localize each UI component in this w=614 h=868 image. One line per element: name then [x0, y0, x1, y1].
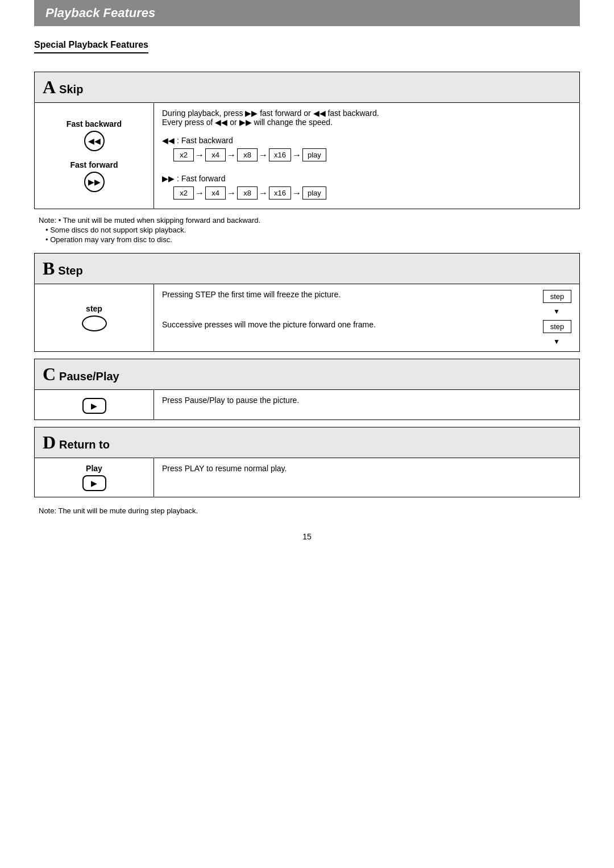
rew-speed-play: play	[302, 148, 326, 161]
ff-speed-x2: x2	[173, 186, 194, 200]
step-desc-advance: Successive presses will move the picture…	[162, 320, 571, 329]
section-a-label-cell: Fast backward ◀◀ Fast forward ▶▶	[35, 103, 154, 209]
step-button-icon	[82, 315, 107, 331]
section-d-desc-cell: Press PLAY to resume normal play.	[154, 458, 580, 497]
section-d-letter: D	[43, 432, 56, 452]
fast-backward-icon: ◀◀	[84, 131, 105, 151]
section-heading: Special Playback Features	[34, 40, 148, 53]
section-b-header: BStep	[35, 254, 580, 284]
section-a-desc-cell: During playback, press ▶▶ fast forward o…	[154, 103, 580, 209]
step-down-arrow-2: ▼	[162, 338, 571, 346]
note-a-1: Note: • The unit will be muted when skip…	[39, 216, 580, 225]
section-c-letter: C	[43, 364, 56, 384]
ff-speed-diagram: x2 → x4 → x8 → x16 → play	[173, 186, 571, 200]
section-d-title: Return to	[59, 438, 110, 451]
ff-speed-x16: x16	[269, 186, 291, 200]
rew-speed-x4: x4	[205, 148, 226, 161]
rew-speed-diagram: x2 → x4 → x8 → x16 → play	[173, 148, 571, 161]
fast-forward-label: Fast forward	[70, 160, 118, 169]
section-a-letter: A	[43, 77, 56, 97]
play-button-icon: ▶	[82, 475, 106, 491]
section-a-title: Skip	[59, 83, 83, 95]
rew-label: ◀◀ : Fast backward	[162, 136, 571, 145]
section-c-table: CPause/Play ▶ Press Pause/Play to pause …	[34, 359, 580, 420]
section-a-table: ASkip Fast backward ◀◀ Fast forward ▶▶ D…	[34, 72, 580, 209]
section-a-header: ASkip	[35, 72, 580, 103]
step-box-1: step	[543, 290, 571, 303]
section-c-desc-cell: Press Pause/Play to pause the picture.	[154, 390, 580, 420]
step-down-arrow-1: ▼	[162, 308, 571, 315]
section-c-label-cell: ▶	[35, 390, 154, 420]
rew-speed-x8: x8	[237, 148, 258, 161]
return-to-play-desc: Press PLAY to resume normal play.	[162, 464, 571, 473]
step-desc-freeze: Pressing STEP the first time will freeze…	[162, 290, 571, 299]
section-b-table: BStep step step Pressing STEP the first …	[34, 253, 580, 352]
ff-speed-x8: x8	[237, 186, 258, 200]
skip-desc-line2: Every press of ◀◀ or ▶▶ will change the …	[162, 118, 571, 127]
section-d-label-cell: Play ▶	[35, 458, 154, 497]
section-d-header: DReturn to	[35, 427, 580, 458]
section-b-desc-cell: step Pressing STEP the first time will f…	[154, 284, 580, 352]
fast-forward-icon: ▶▶	[84, 172, 105, 192]
note-bottom: Note: The unit will be mute during step …	[34, 506, 580, 515]
step-box-2: step	[543, 320, 571, 333]
page-number: 15	[34, 532, 580, 541]
skip-desc-line1: During playback, press ▶▶ fast forward o…	[162, 109, 571, 118]
note-a-2: • Some discs do not support skip playbac…	[45, 226, 580, 234]
fast-backward-label: Fast backward	[67, 119, 122, 128]
pause-play-icon: ▶	[82, 398, 106, 414]
section-b-title: Step	[58, 264, 82, 277]
ff-speed-x4: x4	[205, 186, 226, 200]
ff-speed-play: play	[302, 186, 326, 200]
section-d-table: DReturn to Play ▶ Press PLAY to resume n…	[34, 427, 580, 497]
rew-speed-x16: x16	[269, 148, 291, 161]
step-label: step	[86, 304, 102, 313]
ff-label: ▶▶ : Fast forward	[162, 174, 571, 183]
section-c-title: Pause/Play	[59, 370, 119, 383]
section-c-header: CPause/Play	[35, 359, 580, 390]
note-a-3: • Operation may vary from disc to disc.	[45, 235, 580, 244]
rew-speed-x2: x2	[173, 148, 194, 161]
page-header: Playback Features	[34, 0, 580, 26]
play-label: Play	[86, 464, 102, 473]
pause-play-desc: Press Pause/Play to pause the picture.	[162, 396, 571, 405]
page-title: Playback Features	[45, 6, 155, 20]
notes-a: Note: • The unit will be muted when skip…	[34, 216, 580, 244]
section-b-letter: B	[43, 258, 55, 279]
section-b-label-cell: step	[35, 284, 154, 352]
